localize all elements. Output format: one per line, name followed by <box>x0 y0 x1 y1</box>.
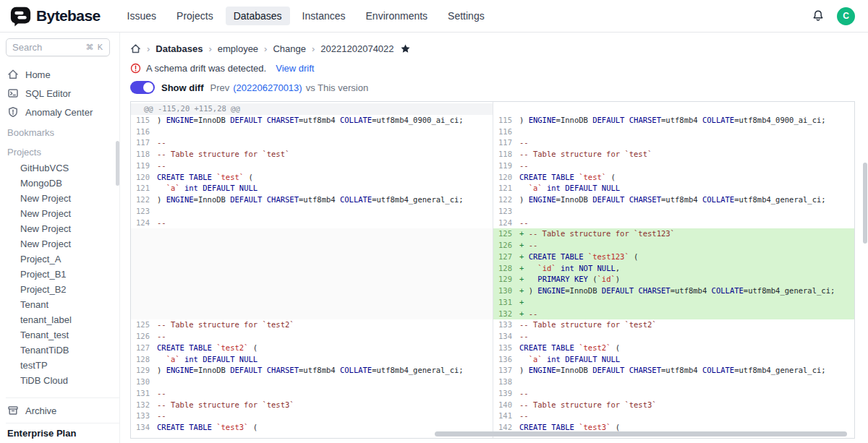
sidebar-project-item[interactable]: TenantTiDB <box>6 343 119 358</box>
breadcrumb-databases[interactable]: Databases <box>156 43 203 54</box>
line-number: 122 <box>493 194 519 206</box>
diff-line <box>131 228 493 240</box>
bookmark-star-icon[interactable] <box>400 43 411 54</box>
sidebar-project-item[interactable]: Project_B2 <box>6 282 119 297</box>
diff-line: 119-- <box>493 160 854 172</box>
line-number: 133 <box>131 410 157 422</box>
nav-item-databases[interactable]: Databases <box>226 7 290 25</box>
line-number: 118 <box>131 149 157 160</box>
sidebar: Search ⌘ K Home SQL Editor <box>0 33 120 443</box>
user-avatar[interactable]: C <box>837 7 855 25</box>
diff-line: 128 `a` int DEFAULT NULL <box>131 354 493 366</box>
nav-item-issues[interactable]: Issues <box>119 7 164 25</box>
line-number: 130 <box>131 377 157 388</box>
diff-line: 133-- <box>131 410 493 422</box>
breadcrumb-separator: › <box>312 43 315 54</box>
diff-line: 121 `a` int DEFAULT NULL <box>493 183 854 194</box>
diff-line <box>131 251 493 263</box>
line-number: 126 <box>131 331 157 343</box>
diff-line: 123 <box>493 206 854 218</box>
sidebar-project-item[interactable]: tenant_label <box>6 312 119 327</box>
diff-line <box>131 309 493 320</box>
line-number: 137 <box>493 365 519 377</box>
diff-line: 130 <box>131 377 493 388</box>
page-scrollbar[interactable] <box>863 163 867 244</box>
line-number <box>131 297 157 309</box>
show-diff-toggle[interactable] <box>130 81 155 94</box>
line-number: 116 <box>131 126 157 138</box>
diff-line-added: 126+ -- <box>493 240 854 251</box>
sidebar-item-sql-editor[interactable]: SQL Editor <box>6 84 119 103</box>
diff-line <box>131 297 493 309</box>
sidebar-project-item[interactable]: New Project <box>6 191 119 206</box>
diff-line: 123 <box>131 206 493 218</box>
diff-line: 115) ENGINE=InnoDB DEFAULT CHARSET=utf8m… <box>493 115 854 126</box>
line-number: 125 <box>131 319 157 331</box>
line-number: 128 <box>493 263 519 275</box>
main-content: › Databases › employee › Change › 202212… <box>120 33 868 443</box>
line-number: 116 <box>493 126 519 138</box>
diff-horizontal-scrollbar[interactable] <box>435 431 847 436</box>
home-icon <box>7 69 19 80</box>
line-number <box>131 251 157 263</box>
line-number: 125 <box>493 228 519 240</box>
nav-item-settings[interactable]: Settings <box>440 7 493 25</box>
breadcrumb-database-employee[interactable]: employee <box>218 43 258 54</box>
nav-item-environments[interactable]: Environments <box>358 7 436 25</box>
sidebar-project-item[interactable]: Tenant <box>6 297 119 312</box>
sidebar-item-anomaly-center[interactable]: Anomaly Center <box>6 103 119 121</box>
sidebar-scrollbar[interactable] <box>116 141 119 186</box>
sidebar-project-item[interactable]: GitHubVCS <box>6 160 119 176</box>
sidebar-project-item[interactable]: Tenant_test <box>6 327 119 343</box>
diff-line: 115) ENGINE=InnoDB DEFAULT CHARSET=utf8m… <box>131 115 493 126</box>
line-number: 130 <box>493 285 519 297</box>
nav-item-instances[interactable]: Instances <box>294 7 354 25</box>
line-number: 121 <box>493 183 519 194</box>
sidebar-project-item[interactable]: New Project <box>6 221 119 236</box>
sidebar-section-projects[interactable]: Projects <box>6 143 119 160</box>
search-input[interactable]: Search ⌘ K <box>6 38 110 56</box>
breadcrumb-home-icon[interactable] <box>130 43 141 54</box>
bytebase-logo[interactable]: Bytebase <box>10 6 101 27</box>
line-number: 134 <box>131 422 157 434</box>
sidebar-project-item[interactable]: Project_A <box>6 251 119 267</box>
diff-line: 136 `a` int DEFAULT NULL <box>493 354 854 366</box>
diff-line: 141-- <box>493 410 854 422</box>
sidebar-project-item[interactable]: New Project <box>6 236 119 251</box>
prev-version-link[interactable]: (202206270013) <box>233 82 302 93</box>
diff-line: 119-- <box>131 160 493 172</box>
line-number: 127 <box>131 343 157 354</box>
view-drift-link[interactable]: View drift <box>276 63 314 74</box>
line-number: 129 <box>493 274 519 285</box>
diff-line: 124-- <box>131 218 493 229</box>
schema-drift-alert: A schema drift was detected. View drift <box>130 61 855 74</box>
line-number: 128 <box>131 354 157 366</box>
notification-bell-icon[interactable] <box>811 9 825 23</box>
breadcrumb-version[interactable]: 20221202074022 <box>320 43 393 54</box>
sidebar-item-archive[interactable]: Archive <box>6 401 119 420</box>
diff-line: 124-- <box>493 218 854 229</box>
line-number <box>131 285 157 297</box>
diff-line: 138 <box>493 377 854 388</box>
sidebar-item-home[interactable]: Home <box>6 65 119 84</box>
nav-item-projects[interactable]: Projects <box>169 7 221 25</box>
sidebar-project-item[interactable]: Project_B1 <box>6 267 119 282</box>
sidebar-section-bookmarks[interactable]: Bookmarks <box>6 124 119 141</box>
line-number: 124 <box>131 218 157 229</box>
diff-line-added: 125+ -- Table structure for `test123` <box>493 228 854 240</box>
line-number: 135 <box>493 343 519 354</box>
line-number: 121 <box>131 183 157 194</box>
diff-line: 137) ENGINE=InnoDB DEFAULT CHARSET=utf8m… <box>493 365 854 377</box>
sidebar-project-item[interactable]: MongoDB <box>6 176 119 191</box>
line-number: 118 <box>493 149 519 160</box>
line-number: 127 <box>493 251 519 263</box>
diff-line: 134-- <box>493 331 854 343</box>
diff-line: 118-- Table structure for `test` <box>493 149 854 160</box>
sidebar-project-item[interactable]: TiDB Cloud <box>6 373 119 388</box>
sidebar-project-item[interactable]: testTP <box>6 358 119 373</box>
sidebar-project-item[interactable]: New Project <box>6 206 119 221</box>
diff-line <box>131 274 493 285</box>
search-shortcut: ⌘ K <box>86 43 103 52</box>
breadcrumb-change[interactable]: Change <box>273 43 306 54</box>
line-number: 123 <box>493 206 519 218</box>
